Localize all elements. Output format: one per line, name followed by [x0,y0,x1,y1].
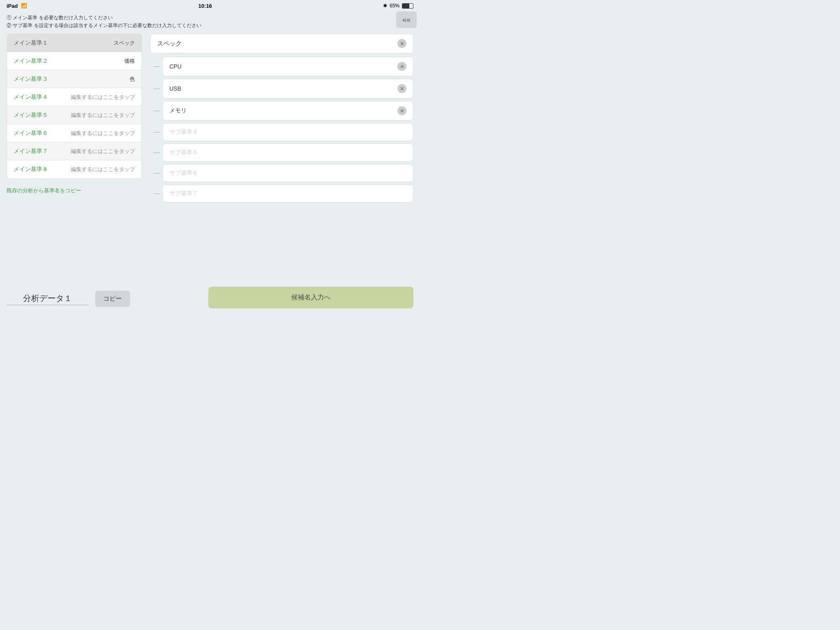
spec-header-text: スペック [157,40,182,48]
row-value: 編集するにはここをタップ [71,148,135,155]
sub-criteria-input[interactable]: サブ基準７ [162,185,413,203]
main-content: メイン基準１ スペック メイン基準２ 価格 メイン基準３ 色 メイン基準４ 編集… [0,34,420,295]
next-button[interactable]: 候補名入力へ [208,287,413,308]
copy-from-existing-link[interactable]: 既存の分析から基準名をコピー [7,187,142,194]
spec-header-box: スペック ✕ [150,34,413,53]
row-label: メイン基準８ [14,166,48,173]
sub-criteria-placeholder: サブ基準５ [169,149,198,156]
row-value: 編集するにはここをタップ [71,130,135,137]
sub-criteria-value: メモリ [169,107,187,114]
header-label: メイン基準１ [14,39,48,47]
battery-icon [402,3,413,9]
instruction-line2: ② サブ基準 を設定する場合は該当するメイン基準の下に必要な数だけ入力してくださ… [7,22,413,30]
sub-criteria-placeholder: サブ基準６ [169,169,198,177]
row-label: メイン基準５ [14,112,48,119]
table-row[interactable]: メイン基準７ 編集するにはここをタップ [7,142,142,160]
sub-criteria-value: USB [169,85,181,92]
left-panel: メイン基準１ スペック メイン基準２ 価格 メイン基準３ 色 メイン基準４ 編集… [7,34,142,295]
list-item: サブ基準４ [162,123,413,141]
copy-button[interactable]: コピー [95,291,130,307]
criteria-header-row[interactable]: メイン基準１ スペック [7,34,142,52]
collapse-button[interactable]: «« [396,11,417,28]
row-label: メイン基準７ [14,148,48,155]
row-value: 色 [130,75,135,83]
analysis-name-input[interactable] [7,292,89,305]
sub-criteria-input[interactable]: CPU ✕ [162,57,413,76]
list-item: サブ基準６ [162,164,413,182]
sub-criteria-input[interactable]: サブ基準６ [162,164,413,182]
sub-criteria-input[interactable]: サブ基準４ [162,123,413,141]
instructions-area: ① メイン基準 を必要な数だけ入力してください ② サブ基準 を設定する場合は該… [0,11,420,34]
instruction-line1: ① メイン基準 を必要な数だけ入力してください [7,14,413,22]
row-value: 編集するにはここをタップ [71,94,135,101]
list-item: サブ基準５ [162,144,413,162]
sub-criteria-input[interactable]: メモリ ✕ [162,101,413,121]
status-time: 10:16 [199,3,212,9]
row-value: 編集するにはここをタップ [71,166,135,173]
table-row[interactable]: メイン基準３ 色 [7,70,142,88]
list-item: サブ基準７ [162,185,413,203]
sub-close-button[interactable]: ✕ [397,84,406,93]
row-value: 価格 [124,57,135,65]
status-right: ✱ 65% [383,3,413,9]
bottom-area: コピー 候補名入力へ [0,282,420,315]
sub-close-button[interactable]: ✕ [397,106,406,115]
sub-close-button[interactable]: ✕ [397,62,406,71]
spec-close-button[interactable]: ✕ [397,39,406,48]
list-item: USB ✕ [162,79,413,98]
row-label: メイン基準２ [14,57,48,65]
table-row[interactable]: メイン基準４ 編集するにはここをタップ [7,88,142,106]
sub-criteria-input[interactable]: サブ基準５ [162,144,413,162]
table-row[interactable]: メイン基準２ 価格 [7,52,142,70]
sub-criteria-value: CPU [169,63,182,70]
table-row[interactable]: メイン基準６ 編集するにはここをタップ [7,124,142,142]
row-label: メイン基準６ [14,130,48,137]
chevron-down-icon: «« [402,16,411,24]
list-item: メモリ ✕ [162,101,413,121]
status-left: iPad 📶 [7,3,27,9]
wifi-icon: 📶 [21,3,27,9]
sub-criteria-placeholder: サブ基準４ [169,128,198,136]
status-bar: iPad 📶 10:16 ✱ 65% [0,0,420,11]
right-panel: スペック ✕ CPU ✕ USB ✕ メモリ [150,34,413,295]
sub-criteria-placeholder: サブ基準７ [169,190,198,197]
table-row[interactable]: メイン基準８ 編集するにはここをタップ [7,160,142,178]
bluetooth-icon: ✱ [383,3,387,9]
sub-criteria-input[interactable]: USB ✕ [162,79,413,98]
row-label: メイン基準４ [14,94,48,101]
sub-criteria-list: CPU ✕ USB ✕ メモリ ✕ サブ基準４ [150,57,413,203]
row-value: 編集するにはここをタップ [71,112,135,119]
battery-percent: 65% [390,3,399,9]
list-item: CPU ✕ [162,57,413,76]
device-name: iPad [7,3,18,9]
table-row[interactable]: メイン基準５ 編集するにはここをタップ [7,106,142,124]
header-value: スペック [114,39,135,47]
criteria-table: メイン基準１ スペック メイン基準２ 価格 メイン基準３ 色 メイン基準４ 編集… [7,34,142,179]
row-label: メイン基準３ [14,75,48,83]
